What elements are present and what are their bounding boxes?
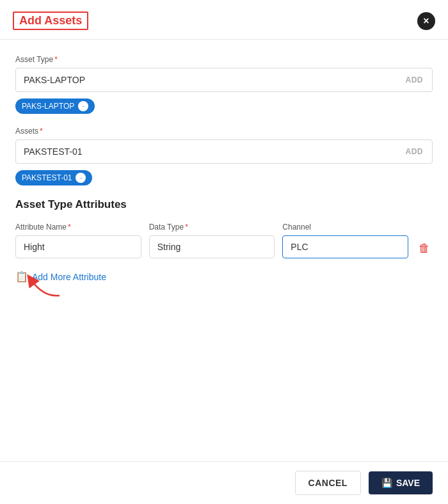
attr-name-col: Attribute Name * (15, 223, 141, 258)
assets-input[interactable] (16, 140, 397, 163)
asset-type-label: Asset Type * (15, 55, 433, 64)
assets-tag[interactable]: PAKSTEST-01 (15, 170, 92, 185)
assets-label: Assets * (15, 127, 433, 136)
add-more-container: 📋 Add More Attribute (15, 271, 433, 283)
assets-section: Assets * ADD PAKSTEST-01 (15, 127, 433, 185)
cancel-button[interactable]: CANCEL (295, 471, 361, 495)
attr-channel-col: Channel (282, 223, 408, 258)
modal-body: Asset Type * ADD PAKS-LAPTOP Assets * (0, 40, 448, 461)
assets-tags: PAKSTEST-01 (15, 170, 433, 185)
attr-delete-col: 🗑 (416, 223, 433, 260)
attributes-heading: Asset Type Attributes (15, 198, 433, 211)
attr-name-required: * (68, 223, 71, 232)
modal-title: Add Assets (13, 12, 88, 30)
save-button[interactable]: 💾 SAVE (369, 471, 433, 494)
tag-menu-icon[interactable] (78, 101, 88, 111)
assets-input-row: ADD (15, 139, 433, 164)
attr-type-col: Data Type * (149, 223, 275, 258)
attr-type-required: * (185, 223, 188, 232)
attribute-type-input[interactable] (149, 235, 275, 258)
attribute-channel-input[interactable] (282, 235, 408, 258)
asset-type-required: * (54, 55, 58, 64)
delete-attribute-button[interactable]: 🗑 (416, 237, 433, 260)
attr-type-label: Data Type * (149, 223, 275, 232)
attribute-name-input[interactable] (15, 235, 141, 258)
attributes-grid: Attribute Name * Data Type * Channel (15, 223, 433, 260)
save-icon: 💾 (381, 478, 392, 488)
asset-type-tag[interactable]: PAKS-LAPTOP (15, 98, 95, 114)
assets-tag-menu-icon[interactable] (76, 173, 86, 183)
assets-add-button[interactable]: ADD (397, 141, 433, 162)
asset-type-input-row: ADD (15, 68, 433, 92)
asset-type-input[interactable] (16, 68, 397, 91)
modal-footer: CANCEL 💾 SAVE (0, 461, 448, 504)
asset-type-section: Asset Type * ADD PAKS-LAPTOP (15, 55, 433, 114)
attr-name-label: Attribute Name * (15, 223, 141, 232)
attr-channel-label: Channel (282, 223, 408, 232)
asset-type-add-button[interactable]: ADD (397, 69, 433, 91)
save-label: SAVE (396, 478, 420, 488)
close-button[interactable]: × (417, 12, 435, 30)
assets-required: * (40, 127, 43, 136)
attributes-section: Asset Type Attributes Attribute Name * D… (15, 198, 433, 283)
asset-type-tags: PAKS-LAPTOP (15, 98, 433, 114)
trash-icon: 🗑 (419, 242, 430, 255)
add-more-label: Add More Attribute (32, 272, 106, 282)
add-more-icon: 📋 (15, 271, 28, 283)
add-more-attribute-link[interactable]: 📋 Add More Attribute (15, 271, 433, 283)
